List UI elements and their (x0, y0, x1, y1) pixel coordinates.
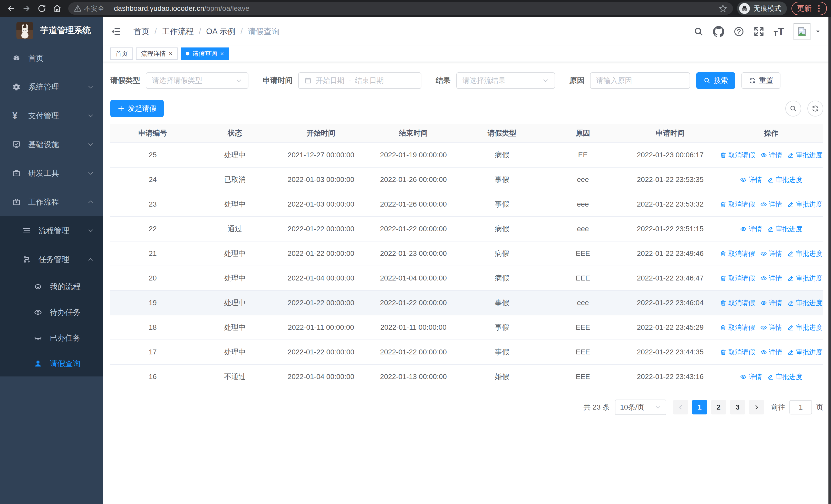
cancel-action-link[interactable]: 取消请假 (720, 298, 755, 307)
detail-action-link[interactable]: 详情 (760, 323, 782, 332)
detail-action-link[interactable]: 详情 (740, 225, 762, 234)
progress-action-link[interactable]: 审批进度 (787, 348, 823, 357)
sidebar-item-workflow[interactable]: 工作流程 (0, 187, 103, 216)
progress-action-link[interactable]: 审批进度 (787, 249, 823, 258)
detail-action-link[interactable]: 详情 (760, 249, 782, 258)
progress-action-link[interactable]: 审批进度 (767, 373, 802, 381)
user-menu[interactable] (794, 23, 821, 40)
sidebar-item-payment-management[interactable]: ¥ 支付管理 (0, 101, 103, 130)
result-select[interactable]: 请选择流结果 (456, 72, 555, 89)
progress-action-link[interactable]: 审批进度 (767, 225, 802, 234)
breadcrumb-item[interactable]: 首页 (134, 26, 149, 37)
sidebar-item-infrastructure[interactable]: 基础设施 (0, 130, 103, 159)
browser-toolbar: 不安全 dashboard.yudao.iocoder.cn/bpm/oa/le… (0, 0, 831, 17)
breadcrumb-item[interactable]: 工作流程 (162, 26, 194, 37)
progress-action-link[interactable]: 审批进度 (787, 298, 823, 307)
fullscreen-icon[interactable] (753, 26, 764, 37)
github-icon[interactable] (713, 26, 724, 37)
incognito-badge[interactable]: 无痕模式 (737, 2, 787, 16)
table-row[interactable]: 17处理中2022-01-22 00:00:002022-01-22 00:00… (110, 340, 823, 364)
goto-page-input[interactable] (790, 400, 812, 414)
flow-icon (23, 255, 32, 264)
table-row[interactable]: 23处理中2022-01-03 00:00:002022-01-26 00:00… (110, 192, 823, 216)
create-leave-button[interactable]: 发起请假 (110, 100, 164, 117)
page-button-1[interactable]: 1 (692, 400, 707, 414)
table-row[interactable]: 20处理中2022-01-04 00:00:002022-01-04 00:00… (110, 266, 823, 291)
trash-icon (720, 201, 726, 208)
table-row[interactable]: 22通过2022-01-22 00:00:002022-01-22 00:00:… (110, 216, 823, 241)
tab-leave-query[interactable]: 请假查询 × (181, 48, 229, 60)
table-row[interactable]: 16不通过2022-01-04 00:00:002022-01-13 00:00… (110, 364, 823, 389)
table-row[interactable]: 19处理中2022-01-22 00:00:002022-01-22 00:00… (110, 291, 823, 315)
leave-type-select[interactable]: 请选择请假类型 (146, 72, 249, 89)
apply-time-range-picker[interactable]: 开始日期 - 结束日期 (298, 72, 422, 89)
reason-input[interactable]: 请输入原因 (590, 72, 690, 89)
table-row[interactable]: 25处理中2021-12-27 00:00:002022-01-19 00:00… (110, 143, 823, 167)
progress-action-link[interactable]: 审批进度 (787, 274, 823, 283)
bookmark-star-icon[interactable] (719, 4, 727, 13)
sidebar-item-dev-tools[interactable]: 研发工具 (0, 159, 103, 187)
app-logo-row[interactable]: 芋道管理系统 (0, 17, 103, 44)
search-button[interactable]: 搜索 (696, 72, 735, 89)
cancel-action-link[interactable]: 取消请假 (720, 249, 755, 258)
next-page-button[interactable] (749, 400, 764, 414)
browser-back-button[interactable] (4, 2, 18, 16)
table-search-toggle-button[interactable] (785, 100, 801, 117)
pagination: 共 23 条 10条/页 123 前往 页 (110, 399, 823, 415)
sidebar-item-done-tasks[interactable]: 已办任务 (0, 325, 103, 351)
close-icon[interactable]: × (169, 51, 172, 57)
detail-action-link[interactable]: 详情 (740, 373, 762, 381)
sidebar-item-my-processes[interactable]: 我的流程 (0, 274, 103, 299)
sidebar-item-task-management[interactable]: 任务管理 (0, 245, 103, 274)
sidebar-item-system-management[interactable]: 系统管理 (0, 72, 103, 101)
table-row[interactable]: 24已取消2022-01-03 00:00:002022-01-26 00:00… (110, 167, 823, 192)
browser-home-button[interactable] (50, 2, 64, 16)
sidebar-collapse-icon[interactable] (110, 26, 122, 37)
page-size-select[interactable]: 10条/页 (615, 399, 666, 415)
browser-menu-dots-icon[interactable] (815, 5, 822, 12)
cancel-action-link[interactable]: 取消请假 (720, 323, 755, 332)
detail-action-link[interactable]: 详情 (760, 274, 782, 283)
result-label: 结果 (436, 76, 451, 86)
detail-action-link[interactable]: 详情 (760, 151, 782, 159)
detail-action-link[interactable]: 详情 (740, 175, 762, 184)
browser-forward-button[interactable] (20, 2, 33, 16)
tab-home[interactable]: 首页 (110, 48, 133, 60)
progress-action-link[interactable]: 审批进度 (787, 151, 823, 159)
sidebar-item-todo-tasks[interactable]: 待办任务 (0, 299, 103, 325)
site-security[interactable]: 不安全 (74, 4, 104, 13)
sidebar-item-leave-query[interactable]: 请假查询 (0, 351, 103, 377)
sidebar-item-process-management[interactable]: 流程管理 (0, 216, 103, 245)
breadcrumb-item[interactable]: OA 示例 (206, 26, 235, 37)
page-content: 请假类型 请选择请假类型 申请时间 开始日期 - 结束日期 (103, 62, 831, 504)
table-row[interactable]: 21处理中2022-01-22 00:00:002022-01-23 00:00… (110, 241, 823, 266)
progress-action-link[interactable]: 审批进度 (787, 200, 823, 209)
address-bar[interactable]: 不安全 dashboard.yudao.iocoder.cn/bpm/oa/le… (68, 2, 733, 14)
cancel-action-link[interactable]: 取消请假 (720, 348, 755, 357)
detail-action-link[interactable]: 详情 (760, 200, 782, 209)
detail-action-link[interactable]: 详情 (760, 298, 782, 307)
sidebar-item-home[interactable]: 首页 (0, 44, 103, 72)
page-button-2[interactable]: 2 (711, 400, 726, 414)
font-size-icon[interactable]: TT (774, 26, 784, 37)
reset-button[interactable]: 重置 (741, 72, 780, 89)
browser-update-button[interactable]: 更新 (792, 2, 827, 15)
table-refresh-button[interactable] (807, 100, 823, 117)
progress-action-link[interactable]: 审批进度 (767, 175, 802, 184)
page-button-3[interactable]: 3 (730, 400, 745, 414)
eye-icon (760, 275, 767, 282)
table-row[interactable]: 18处理中2022-01-11 00:00:002022-01-11 00:00… (110, 315, 823, 340)
progress-action-link[interactable]: 审批进度 (787, 323, 823, 332)
prev-page-button[interactable] (673, 400, 688, 414)
close-icon[interactable]: × (220, 51, 224, 57)
cell-type: 事假 (460, 167, 544, 192)
tab-process-detail[interactable]: 流程详情 × (136, 48, 178, 60)
refresh-icon (811, 105, 819, 112)
detail-action-link[interactable]: 详情 (760, 348, 782, 357)
cancel-action-link[interactable]: 取消请假 (720, 151, 755, 159)
browser-reload-button[interactable] (35, 2, 49, 16)
header-search-icon[interactable] (693, 26, 704, 37)
help-icon[interactable] (734, 26, 744, 37)
cancel-action-link[interactable]: 取消请假 (720, 274, 755, 283)
cancel-action-link[interactable]: 取消请假 (720, 200, 755, 209)
